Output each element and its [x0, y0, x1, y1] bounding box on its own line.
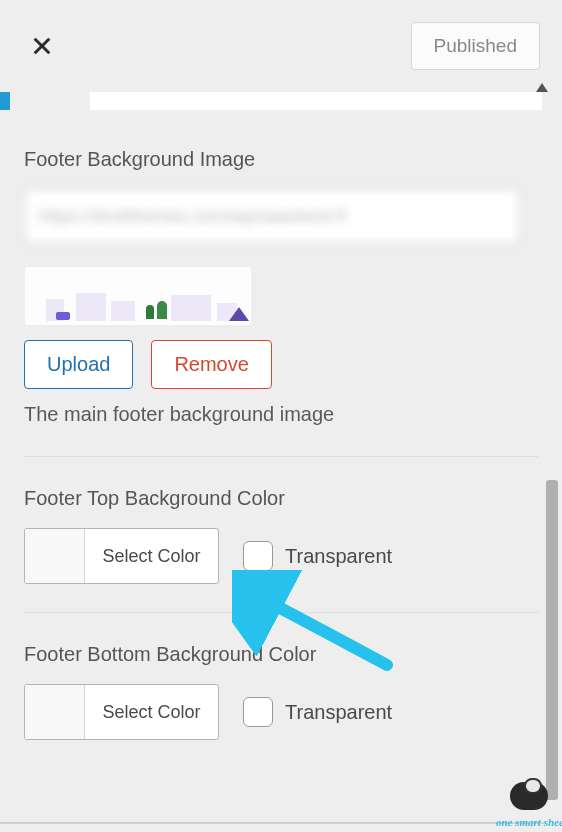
options-panel: Footer Background Image https://droitthe…	[0, 110, 562, 778]
watermark-logo: one smart sheep	[496, 778, 556, 830]
published-button[interactable]: Published	[411, 22, 540, 70]
bottom-transparent-label: Transparent	[285, 701, 392, 724]
watermark-text: one smart sheep	[496, 816, 562, 828]
bottom-select-color-button[interactable]: Select Color	[24, 684, 219, 740]
bottom-transparent-checkbox[interactable]	[243, 697, 273, 727]
top-bar: Published	[0, 10, 562, 92]
bg-image-url-input[interactable]: https://droitthemes.com/wp/saasland-fi	[24, 189, 520, 244]
bg-image-title: Footer Background Image	[24, 148, 538, 171]
bottom-bg-color-section: Footer Bottom Background Color Select Co…	[24, 643, 538, 768]
scrollbar[interactable]	[546, 480, 558, 800]
top-transparent-checkbox[interactable]	[243, 541, 273, 571]
tab-strip	[0, 92, 562, 110]
top-bg-color-title: Footer Top Background Color	[24, 487, 538, 510]
bg-image-description: The main footer background image	[24, 403, 538, 457]
top-bg-color-section: Footer Top Background Color Select Color…	[24, 487, 538, 613]
bottom-bg-color-title: Footer Bottom Background Color	[24, 643, 538, 666]
image-actions: Upload Remove	[24, 340, 538, 389]
bottom-divider	[0, 822, 544, 824]
active-tab-indicator	[0, 92, 10, 110]
top-select-color-label: Select Color	[85, 529, 218, 583]
settings-panel: Published Footer Background Image https:…	[0, 0, 562, 778]
close-button[interactable]	[28, 32, 56, 60]
close-icon	[31, 35, 53, 57]
top-color-swatch	[25, 529, 85, 583]
bottom-select-color-label: Select Color	[85, 685, 218, 739]
scroll-up-arrow-icon[interactable]	[536, 83, 548, 92]
top-select-color-button[interactable]: Select Color	[24, 528, 219, 584]
bottom-color-swatch	[25, 685, 85, 739]
top-transparent-label: Transparent	[285, 545, 392, 568]
bg-image-preview	[24, 266, 252, 326]
tab-content-edge	[90, 92, 542, 110]
upload-button[interactable]: Upload	[24, 340, 133, 389]
remove-button[interactable]: Remove	[151, 340, 271, 389]
